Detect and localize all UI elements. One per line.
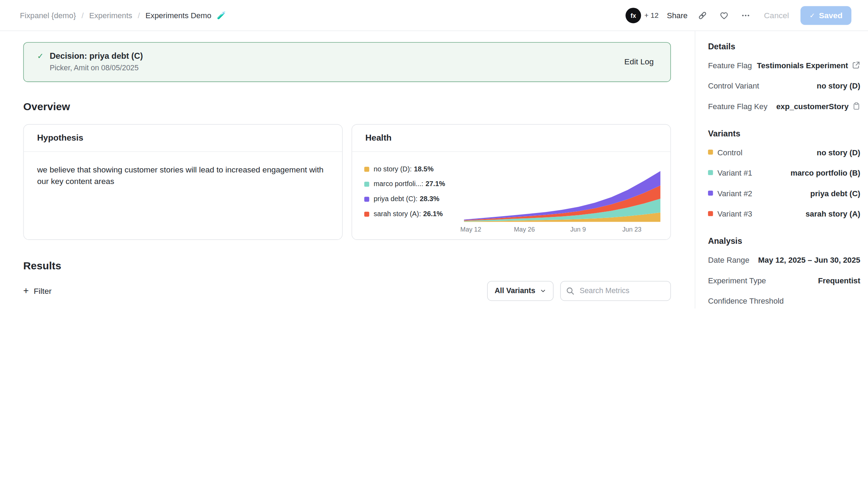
copy-link-icon[interactable]: [696, 9, 709, 22]
variants-dropdown[interactable]: All Variants: [487, 281, 554, 301]
row-label: Variant #3: [708, 209, 752, 218]
details-section: Details Feature FlagTestimonials Experim…: [708, 42, 860, 116]
health-area-chart: [464, 167, 660, 222]
row-value: marco portfolio (B): [790, 168, 860, 177]
row-value: Frequentist: [818, 276, 860, 284]
check-icon: ✓: [809, 11, 815, 19]
variant-swatch-icon: [708, 170, 713, 175]
row-value-text: May 12, 2025 – Jun 30, 2025: [758, 255, 860, 264]
detail-row: Control Variantno story (D): [708, 75, 860, 96]
variant-row: Controlno story (D): [708, 142, 860, 163]
variants-section: Variants Controlno story (D)Variant #1ma…: [708, 129, 860, 224]
row-label: Control: [708, 148, 742, 156]
decision-title: Decision: priya debt (C): [50, 51, 143, 61]
health-card: Health no story (D):18.5%marco portfoli.…: [352, 124, 671, 240]
breadcrumb-item-current: Experiments Demo: [145, 11, 211, 20]
hypothesis-card-title: Hypothesis: [24, 125, 342, 152]
row-label-text: Control: [717, 148, 743, 156]
analysis-rows: Date RangeMay 12, 2025 – Jun 30, 2025Exp…: [708, 249, 860, 309]
details-rows: Feature FlagTestimonials ExperimentContr…: [708, 55, 860, 116]
row-label: Variant #1: [708, 168, 752, 177]
add-filter-button[interactable]: + Filter: [23, 286, 52, 296]
more-options-icon[interactable]: [739, 9, 752, 22]
row-value-text: Frequentist: [818, 276, 860, 284]
metrics-search: [560, 281, 671, 301]
overview-heading: Overview: [23, 101, 671, 113]
health-legend-item: no story (D):18.5%: [364, 165, 461, 173]
experiments-page: Fixpanel {demo} / Experiments / Experime…: [0, 0, 868, 309]
variants-dropdown-label: All Variants: [494, 286, 535, 295]
breadcrumb: Fixpanel {demo} / Experiments / Experime…: [20, 11, 226, 20]
variant-swatch-icon: [708, 191, 713, 196]
breadcrumb-separator: /: [138, 11, 140, 20]
health-legend: no story (D):18.5%marco portfoli...:27.1…: [364, 160, 461, 235]
analysis-row: Experiment TypeFrequentist: [708, 270, 860, 290]
details-section-title: Details: [708, 42, 860, 51]
detail-row: Feature Flag Keyexp_customerStory: [708, 96, 860, 116]
plus-icon: +: [23, 286, 29, 296]
breadcrumb-item-workspace[interactable]: Fixpanel {demo}: [20, 11, 76, 20]
row-value-text: sarah story (A): [805, 209, 860, 218]
legend-label: sarah story (A):: [374, 210, 421, 218]
health-chart-x-axis: May 12May 26Jun 9Jun 23: [464, 226, 660, 235]
saved-button-label: Saved: [819, 11, 842, 20]
filter-button-label: Filter: [34, 286, 52, 295]
row-value: exp_customerStory: [776, 102, 860, 111]
row-value-text: Testimonials Experiment: [757, 61, 848, 69]
row-value: no story (D): [817, 148, 860, 156]
row-value-text: priya debt (C): [810, 189, 860, 197]
variant-row: Variant #2priya debt (C): [708, 183, 860, 204]
main-content: ✓ Decision: priya debt (C) Picker, Amit …: [0, 31, 695, 309]
saved-button[interactable]: ✓ Saved: [801, 6, 851, 25]
analysis-row: Date RangeMay 12, 2025 – Jun 30, 2025: [708, 249, 860, 270]
breadcrumb-item-experiments[interactable]: Experiments: [89, 11, 132, 20]
row-label: Variant #2: [708, 189, 752, 197]
hypothesis-text: we believe that showing customer stories…: [24, 152, 342, 239]
cancel-button[interactable]: Cancel: [761, 10, 793, 20]
row-label-text: Variant #3: [717, 209, 752, 218]
search-input[interactable]: [560, 281, 671, 301]
favorite-heart-icon[interactable]: [717, 9, 731, 22]
check-icon: ✓: [37, 51, 44, 72]
results-toolbar: + Filter All Variants: [23, 281, 671, 309]
variant-row: Variant #3sarah story (A): [708, 203, 860, 224]
row-value-text: marco portfolio (B): [790, 168, 860, 177]
legend-swatch-icon: [364, 166, 369, 171]
legend-swatch-icon: [364, 182, 369, 186]
legend-value: 26.1%: [423, 210, 443, 218]
decision-banner: ✓ Decision: priya debt (C) Picker, Amit …: [23, 42, 671, 82]
avatar[interactable]: fx: [625, 7, 641, 23]
row-label: Control Variant: [708, 81, 759, 90]
breadcrumb-separator: /: [81, 11, 84, 20]
search-icon: [566, 286, 574, 295]
copy-icon[interactable]: [853, 102, 860, 110]
decision-subtitle: Picker, Amit on 08/05/2025: [50, 64, 143, 72]
row-label: Feature Flag: [708, 61, 752, 69]
external-link-icon[interactable]: [852, 61, 860, 69]
row-value: sarah story (A): [805, 209, 860, 218]
variant-swatch-icon: [708, 211, 713, 216]
share-button[interactable]: Share: [667, 11, 687, 20]
collaborators-count[interactable]: + 12: [644, 11, 659, 20]
topbar-actions: fx + 12 Share Cancel ✓ Saved: [625, 6, 851, 25]
edit-log-button[interactable]: Edit Log: [621, 57, 657, 67]
chevron-down-icon: [540, 288, 547, 294]
row-label: Experiment Type: [708, 276, 766, 284]
row-label: Confidence Threshold: [708, 296, 784, 305]
analysis-section-title: Analysis: [708, 236, 860, 246]
health-legend-item: sarah story (A):26.1%: [364, 210, 461, 218]
legend-value: 28.3%: [420, 195, 439, 203]
row-value-text: exp_customerStory: [776, 102, 848, 111]
legend-value: 27.1%: [426, 180, 445, 188]
x-axis-label: May 12: [460, 226, 481, 233]
analysis-section: Analysis Date RangeMay 12, 2025 – Jun 30…: [708, 236, 860, 309]
health-card-title: Health: [352, 125, 671, 152]
detail-row: Feature FlagTestimonials Experiment: [708, 55, 860, 76]
row-value-text: no story (D): [817, 81, 860, 90]
details-sidebar: Details Feature FlagTestimonials Experim…: [695, 31, 868, 309]
x-axis-label: Jun 9: [570, 226, 586, 233]
legend-label: marco portfoli...:: [374, 180, 423, 188]
row-value: Testimonials Experiment: [757, 61, 860, 69]
health-chart: May 12May 26Jun 9Jun 23: [464, 160, 660, 235]
row-label: Feature Flag Key: [708, 102, 767, 111]
